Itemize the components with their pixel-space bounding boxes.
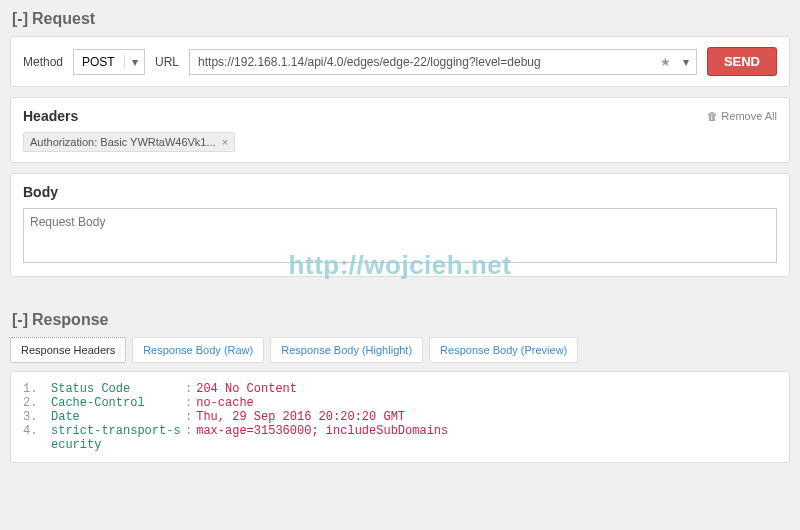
request-header: [-] Request <box>0 0 800 36</box>
response-line: ecurity <box>23 438 777 452</box>
response-body: 1. Status Code : 204 No Content 2. Cache… <box>10 371 790 463</box>
tab-response-headers[interactable]: Response Headers <box>10 337 126 363</box>
request-panel: Method POST ▾ URL ★ ▾ SEND <box>10 36 790 87</box>
body-panel: Body <box>10 173 790 277</box>
send-button[interactable]: SEND <box>707 47 777 76</box>
remove-all-button[interactable]: 🗑 Remove All <box>707 110 777 122</box>
method-label: Method <box>23 55 63 69</box>
response-line: 1. Status Code : 204 No Content <box>23 382 777 396</box>
trash-icon: 🗑 <box>707 110 718 122</box>
star-icon[interactable]: ★ <box>656 55 676 69</box>
headers-title: Headers <box>23 108 78 124</box>
request-title: Request <box>32 10 95 28</box>
method-value: POST <box>74 55 124 69</box>
response-tabs: Response Headers Response Body (Raw) Res… <box>10 337 790 363</box>
response-line: 3. Date : Thu, 29 Sep 2016 20:20:20 GMT <box>23 410 777 424</box>
close-icon[interactable]: × <box>222 136 228 148</box>
collapse-icon[interactable]: [-] <box>12 10 28 28</box>
chevron-down-icon: ▾ <box>124 55 144 69</box>
url-field-wrap: ★ ▾ <box>189 49 697 75</box>
method-select[interactable]: POST ▾ <box>73 49 145 75</box>
tab-response-raw[interactable]: Response Body (Raw) <box>132 337 264 363</box>
response-header: [-] Response <box>0 301 800 337</box>
tab-response-highlight[interactable]: Response Body (Highlight) <box>270 337 423 363</box>
chevron-down-icon[interactable]: ▾ <box>676 55 696 69</box>
response-title: Response <box>32 311 108 329</box>
header-tag[interactable]: Authorization: Basic YWRtaW46Vk1... × <box>23 132 235 152</box>
body-title: Body <box>23 184 58 200</box>
header-tag-text: Authorization: Basic YWRtaW46Vk1... <box>30 136 216 148</box>
response-line: 4. strict-transport-s : max-age=31536000… <box>23 424 777 438</box>
response-line: 2. Cache-Control : no-cache <box>23 396 777 410</box>
url-input[interactable] <box>190 50 656 74</box>
body-textarea[interactable] <box>23 208 777 263</box>
headers-panel: Headers 🗑 Remove All Authorization: Basi… <box>10 97 790 163</box>
collapse-icon[interactable]: [-] <box>12 311 28 329</box>
tab-response-preview[interactable]: Response Body (Preview) <box>429 337 578 363</box>
url-label: URL <box>155 55 179 69</box>
